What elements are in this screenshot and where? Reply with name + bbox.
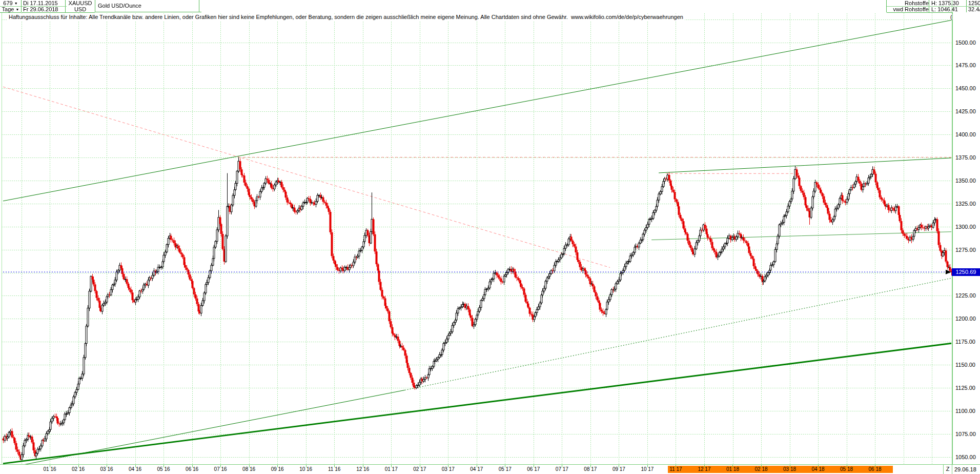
period-dropdown[interactable]: Tage ▼ [0,6,21,13]
month-label: 05 18 [840,466,853,472]
price-tick-label: 1100.00 [955,408,975,414]
price-tick-label: 1275.00 [955,247,976,253]
month-label: 01 18 [726,466,739,472]
price-tick-label: 1200.00 [955,315,976,322]
price-tick-label: 1075.00 [955,431,976,437]
month-label: 09 16 [271,466,284,472]
taipan-chart-window: { "header": { "bars_count": "679", "peri… [0,0,980,474]
month-label: 03 16 [100,466,113,472]
bars-period-cell: 679 ▼ Tage ▼ [0,0,22,12]
chevron-down-icon: ▼ [14,2,18,5]
month-label: 01 17 [385,466,398,472]
price-tick-label: 1350.00 [955,177,976,184]
price-tick-label: 1050.00 [955,454,976,460]
month-label: 06 16 [186,466,198,472]
month-label: 06 18 [869,466,882,472]
last-range-cell: 1250.69 32.4/305.9 [967,0,980,12]
price-tick-label: 1475.00 [955,62,976,68]
month-label: 12 16 [356,466,369,472]
price-axis: 1050.001075.001100.001125.001150.001175.… [952,12,980,464]
price-tick-label: 1500.00 [955,40,976,46]
month-label: 08 16 [242,466,255,472]
month-label: 07 17 [556,466,568,472]
price-tick-label: 1425.00 [955,108,976,114]
group-cell: Rohstoffe vwd Rohstoffe [886,0,929,12]
month-label: 02 18 [754,466,767,472]
last-price-badge: 1250.69 [952,268,980,276]
currency-label: USD [66,6,95,13]
month-label: 06 17 [527,466,540,472]
month-label: 07 16 [214,466,227,472]
date-to[interactable]: Fr 29.06.2018 [22,6,67,13]
time-axis: Z 29.06.18 01 1602 1603 1604 1605 1606 1… [0,464,980,474]
price-tick-label: 1375.00 [955,154,976,161]
price-tick-label: 1125.00 [955,385,975,391]
symbol-cell: XAUUSD USD [66,0,95,12]
date-range-cell: Di 17.11.2015 Fr 29.06.2018 [22,0,66,12]
symbol-label: XAUUSD [66,0,95,6]
high-low-cell: H: 1375.30 L: 1046.41 [929,0,967,12]
month-label: 03 17 [442,466,455,472]
instrument-title: Gold USD/Ounce [95,0,201,12]
price-tick-label: 1400.00 [955,131,976,137]
price-tick-label: 1450.00 [955,85,976,91]
price-tick-label: 1150.00 [955,362,975,368]
chart-header: 679 ▼ Tage ▼ Di 17.11.2015 Fr 29.06.2018… [0,0,980,12]
month-label: 04 17 [470,466,483,472]
disclaimer-text: Haftungsausschluss für Inhalte: Alle Tre… [7,14,685,21]
month-label: 05 16 [157,466,170,472]
chevron-down-icon: ▼ [15,8,19,11]
month-label: 11 17 [669,466,682,472]
month-label: 01 16 [43,466,56,472]
month-label: 11 16 [328,466,340,472]
wikifolio-link[interactable]: www.wikifolio.com/de/de/p/cyberwaehrunge… [571,14,683,20]
price-tick-label: 1175.00 [955,339,975,345]
month-label: 04 16 [129,466,141,472]
group-line2: vwd Rohstoffe [887,6,931,13]
price-chart-canvas[interactable] [0,0,980,474]
month-label: 09 17 [612,466,625,472]
price-tick-label: 1225.00 [955,292,976,299]
month-label: 12 17 [698,466,710,472]
month-label: 10 17 [641,466,654,472]
end-date-label: 29.06.18 [954,466,976,472]
month-label: 04 18 [812,466,825,472]
month-label: 05 17 [499,466,512,472]
month-label: 03 18 [783,466,796,472]
price-tick-label: 1325.00 [955,201,976,207]
month-label: 02 16 [72,466,85,472]
title-cell: Gold USD/Ounce [95,0,199,12]
z-indicator: Z [943,465,952,474]
price-tick-label: 1300.00 [955,224,976,230]
month-label: 02 17 [413,466,426,472]
month-label: 08 17 [584,466,597,472]
month-label: 10 16 [299,466,312,472]
